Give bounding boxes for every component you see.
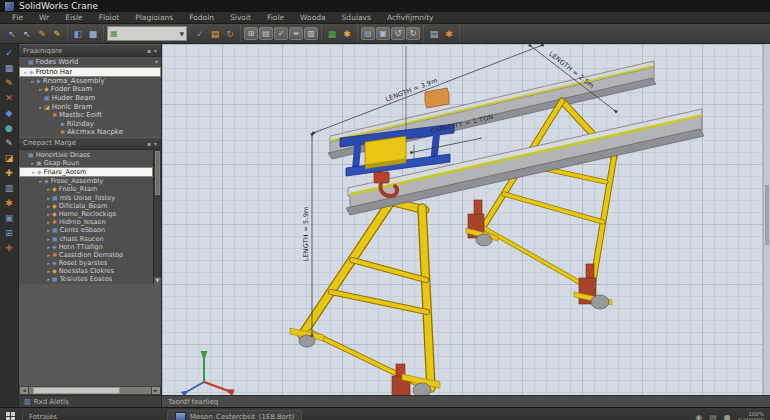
cube-tool-icon[interactable]: ◆ <box>3 107 16 119</box>
rebuild-icon[interactable]: ↻ <box>223 27 237 41</box>
expand-arrow-icon[interactable]: ▸ <box>45 226 52 234</box>
folder-tool-icon[interactable]: ◪ <box>3 152 16 164</box>
tree-item-mls-uoiso-fostey[interactable]: ▸▦mls Uoiso_fostey <box>19 194 153 202</box>
part-cube-icon[interactable]: ◧ <box>71 27 85 41</box>
menu-item-acfivfijmnity[interactable]: Acfivfijmnity <box>379 13 442 22</box>
scrollbar-thumb[interactable] <box>155 151 160 195</box>
list-icon[interactable]: ≡ <box>289 27 303 40</box>
tree-item-fnole-rtam[interactable]: ▸◆Fnole_Rtam <box>19 185 153 193</box>
menu-item-fodoln[interactable]: Fodoln <box>181 13 222 22</box>
expand-arrow-icon[interactable]: ▸ <box>30 168 37 176</box>
tree-item-frose-assembly[interactable]: ▸◈Frose_Assembly <box>19 177 153 185</box>
tree-item-honertixe-dnass[interactable]: ▦Honertixe Dnass <box>19 151 153 159</box>
scroll-right-icon[interactable]: ► <box>152 387 160 394</box>
undo-icon[interactable]: ↺ <box>391 27 405 40</box>
menu-item-sivoit[interactable]: Sivoit <box>222 13 259 22</box>
menu-item-fle[interactable]: Fle <box>4 13 31 22</box>
confirm-tool-icon[interactable]: ✓ <box>3 47 16 59</box>
tree-item-fnare-aotsm[interactable]: ▸◈Fnare_Aotsm <box>19 167 153 177</box>
tree-item-fodes-world[interactable]: ▦Fodes World▾ <box>19 58 161 67</box>
menu-item-plagioians[interactable]: Plagioians <box>127 13 181 22</box>
tree-item-chast-rsucen[interactable]: ▸▦chast Rsucen <box>19 234 153 242</box>
expand-arrow-icon[interactable]: ▸ <box>45 194 52 202</box>
sphere-tool-icon[interactable]: ● <box>3 122 16 134</box>
tree-item-roset-byarstes[interactable]: ▸◈Roset byarstes <box>19 259 153 267</box>
select-multi-icon[interactable]: ↖ <box>20 27 34 41</box>
menu-item-wr[interactable]: Wr <box>31 13 57 22</box>
expand-arrow-icon[interactable]: ▸ <box>37 85 44 93</box>
help-orange-icon[interactable]: ✱ <box>442 27 456 41</box>
sketch-tool-icon[interactable]: ✎ <box>3 77 16 89</box>
viewport-scrollbar[interactable] <box>763 44 770 396</box>
probe-tool-icon[interactable]: ✚ <box>3 242 16 254</box>
expand-arrow-icon[interactable]: ▸ <box>45 185 52 193</box>
expand-arrow-icon[interactable]: ▸ <box>45 251 52 259</box>
tree-item-casstdion-demstop[interactable]: ▸✱Casstdion Demstop <box>19 251 153 259</box>
expand-arrow-icon[interactable]: ▸ <box>37 103 44 111</box>
tree-item-noesslas-clokres[interactable]: ▸◆Noesslas Clokres <box>19 267 153 275</box>
tree-item-rilziday[interactable]: ◈Rilziday <box>19 120 161 129</box>
tree-item-rnoma-assembly[interactable]: ▸◈Rnoma_Assembly <box>19 77 161 86</box>
expand-arrow-icon[interactable]: ▸ <box>45 235 52 243</box>
layers-tool-icon[interactable]: ▦ <box>3 62 16 74</box>
scroll-down-icon[interactable]: ▼ <box>154 277 161 284</box>
menu-item-floiot[interactable]: Floiot <box>91 13 128 22</box>
panel-horizontal-scrollbar[interactable]: ◄ ► <box>19 386 161 395</box>
assembly-cube-icon[interactable]: ■ <box>86 27 100 41</box>
collapse-icon[interactable]: ▾ <box>154 140 157 147</box>
tree-item-mastbc-eoift[interactable]: ✱Mastbc Eoift <box>19 111 161 120</box>
tree-item-home-reclockigs[interactable]: ▸◆Home_Reclockigs <box>19 210 153 218</box>
tree-item-huder-beam[interactable]: ▦Huder Beam <box>19 94 161 103</box>
expand-arrow-icon[interactable]: ▸ <box>22 68 29 76</box>
tree-item-hidrno-iesaen[interactable]: ▸✱Hidrno_Iesaen <box>19 218 153 226</box>
scrollbar-thumb[interactable] <box>33 387 120 394</box>
expand-arrow-icon[interactable]: ▸ <box>37 177 44 185</box>
chevron-down-icon[interactable]: ▾ <box>155 58 158 66</box>
redo-small-icon[interactable]: ↻ <box>406 27 420 40</box>
tray-volume-icon[interactable]: ▤ <box>709 413 717 420</box>
sketch-icon[interactable]: ✎ <box>50 27 64 41</box>
print-icon[interactable]: ▤ <box>427 27 441 41</box>
expand-arrow-icon[interactable]: ▸ <box>45 275 52 283</box>
paste-icon[interactable]: ▣ <box>376 27 390 40</box>
panel-tool-icon[interactable]: ▥ <box>3 182 16 194</box>
wrench-tool-icon[interactable]: ✚ <box>3 167 16 179</box>
copy-icon[interactable]: ▤ <box>361 27 375 40</box>
pin-icon[interactable]: ▪ <box>147 140 151 147</box>
expand-arrow-icon[interactable]: ▸ <box>45 267 52 275</box>
configuration-dropdown[interactable]: ▦▼ <box>107 26 187 41</box>
expand-arrow-icon[interactable]: ▸ <box>29 159 36 167</box>
gear-tool-icon[interactable]: ✱ <box>3 197 16 209</box>
menu-item-sduiavs[interactable]: Sduiavs <box>334 13 379 22</box>
tray-network-icon[interactable]: ● <box>724 413 731 420</box>
page-orange-icon[interactable]: ▤ <box>208 27 222 41</box>
clipboard-icon[interactable]: ⊞ <box>244 27 258 40</box>
graphics-viewport[interactable]: LENGTH = 3.9m LENGTH = 2.5m CAPACITY = 1… <box>162 44 770 407</box>
taskbar-app-button[interactable]: Meson_Cestercbsit_(1E8.8ort) <box>167 410 302 420</box>
tree-item-frotno-har[interactable]: ▸◈Frotno Har <box>19 67 161 77</box>
tree-item-tesivites-eoatos[interactable]: ▸▦Tesivites Eoatos <box>19 275 153 283</box>
tray-clock-icon[interactable]: ◉ <box>695 413 702 420</box>
pen-blue-icon[interactable]: ✓ <box>193 27 207 41</box>
section-icon[interactable]: ▥ <box>304 27 318 40</box>
expand-arrow-icon[interactable]: ▸ <box>45 259 52 267</box>
chip-tool-icon[interactable]: ▣ <box>3 212 16 224</box>
wrench-icon[interactable]: ✎ <box>35 27 49 41</box>
tree-item-foder-bsam[interactable]: ▸◆Foder Bsam <box>19 85 161 94</box>
tree-item-hotn-ttiafign[interactable]: ▸◈Hotn TTiafign <box>19 243 153 251</box>
expand-arrow-icon[interactable]: ▸ <box>45 243 52 251</box>
expand-arrow-icon[interactable]: ▸ <box>45 210 52 218</box>
scrollbar-track[interactable] <box>29 387 151 394</box>
expand-arrow-icon[interactable]: ▸ <box>29 77 36 85</box>
note-icon[interactable]: ▤ <box>259 27 273 40</box>
pin-icon[interactable]: ▪ <box>147 47 151 54</box>
screen-tool-icon[interactable]: ⊞ <box>3 227 16 239</box>
pencil-tool-icon[interactable]: ✎ <box>3 137 16 149</box>
menu-item-fiole[interactable]: Fiole <box>259 13 292 22</box>
burst-orange-icon[interactable]: ✱ <box>340 27 354 41</box>
measure-icon[interactable]: ✓ <box>274 27 288 40</box>
grid-green-icon[interactable]: ▦ <box>325 27 339 41</box>
start-menu-icon[interactable] <box>6 412 16 420</box>
tree-vertical-scrollbar[interactable]: ▼ <box>153 150 161 284</box>
tree-item-honlc-bram[interactable]: ▸◪Honlc Bram <box>19 102 161 111</box>
